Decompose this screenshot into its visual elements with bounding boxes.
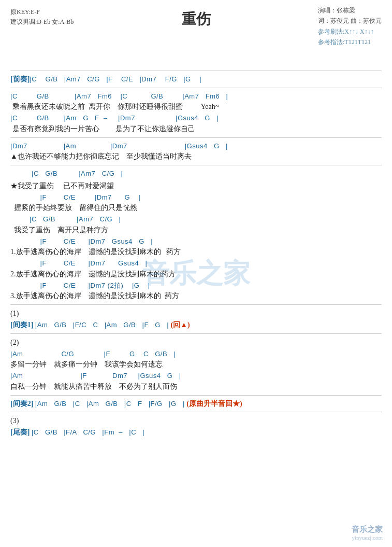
divider-4 <box>10 304 382 305</box>
section-verse2: |Dm7 |Am |Dm7 |Gsus4 G | ▲也许我还不够能力把你彻底忘记… <box>10 141 382 162</box>
outro-line: [尾奏] |C G/B |F/A C/G |Fm – |C | <box>10 427 382 438</box>
verse1-chord1: |C G/B |Am7 Fm6 |C G/B |Am7 Fm6 | <box>10 91 382 102</box>
chorus-lyric6: 3.放手逃离伤心的海岸 遗憾的是没找到麻木的 药方 <box>10 290 382 301</box>
meta-right: 演唱：张栋梁 词：苏俊元 曲：苏佚元 参考刷法:X↑↑↓ X↑↓↑ 参考指法:T… <box>318 5 382 48</box>
chorus-lyric3: 我受了重伤 离开只是种疗方 <box>10 225 382 235</box>
interlude2-suffix: (原曲升半音回★) <box>186 400 242 408</box>
divider-2 <box>10 137 382 138</box>
section2-chord2: |Am |F Dm7 |Gsus4 G | <box>10 371 382 381</box>
divider-7 <box>10 412 382 412</box>
section-interlude1: (1) [间奏1] |Am G/B |F/C C |Am G/B |F G | … <box>10 308 382 330</box>
chorus-chord1: |F C/E |Dm7 G | <box>10 192 382 203</box>
meta-left: 原KEY:E-F 建议男调:D-Eb 女:A-Bb <box>10 7 74 27</box>
chorus-chord2: |C G/B |Am7 C/G | <box>10 214 382 225</box>
chorus-lyric5: 2.放手逃离伤心的海岸 遗憾的是没找到麻木的药方 <box>10 269 382 279</box>
divider-5 <box>10 333 382 334</box>
section-2: (2) |Am C/G |F G C G/B | 多留一分钟 就多痛一分钟 我该… <box>10 337 382 392</box>
prelude-label: [前奏] <box>10 75 30 83</box>
section-interlude2: [间奏2] |Am G/B |C |Am G/B |C F |F/G |G | … <box>10 399 382 409</box>
section-prelude: [前奏]|C G/B |Am7 C/G |F C/E |Dm7 F/G |G | <box>10 74 382 85</box>
interlude2-chords: |Am G/B |C |Am G/B |C F |F/G |G | <box>35 400 185 408</box>
fingering-pattern: 参考指法:T121T121 <box>318 37 382 47</box>
section2-lyric2: 自私一分钟 就能从痛苦中释放 不必为了别人而伤 <box>10 381 382 392</box>
verse2-chord1: |Dm7 |Am |Dm7 |Gsus4 G | <box>10 141 382 151</box>
interlude1-suffix: (回▲) <box>171 321 190 329</box>
interlude1-label: [间奏1] <box>10 321 33 329</box>
chorus-intro: |C G/B |Am7 C/G | <box>10 169 382 179</box>
interlude1-note: (1) <box>10 308 382 319</box>
outro-chords: |C G/B |F/A C/G |Fm – |C | <box>32 428 144 436</box>
verse2-lyric1: ▲也许我还不够能力把你彻底忘记 至少我懂适当时离去 <box>10 151 382 162</box>
watermark-site: 音乐之家 <box>352 525 383 535</box>
section-3: (3) [尾奏] |C G/B |F/A C/G |Fm – |C | <box>10 415 382 438</box>
strumming-pattern: 参考刷法:X↑↑↓ X↑↓↑ <box>318 26 382 37</box>
watermark-bottom: 音乐之家 yinyuezj.com <box>352 525 383 541</box>
lyricist: 词：苏俊元 曲：苏佚元 <box>318 16 382 26</box>
chorus-lyric1: ★我受了重伤 已不再对爱渴望 <box>10 180 382 191</box>
interlude1-chords: |Am G/B |F/C C |Am G/B |F G | <box>35 321 169 329</box>
prelude-chords: |C G/B |Am7 C/G |F C/E |Dm7 F/G |G | <box>30 75 201 83</box>
interlude1-line: [间奏1] |Am G/B |F/C C |Am G/B |F G | (回▲) <box>10 320 382 330</box>
section2-lyric1: 多留一分钟 就多痛一分钟 我该学会如何遗忘 <box>10 359 382 370</box>
chorus-lyric2: 握紧的手始终要放 留得住的只是恍然 <box>10 202 382 213</box>
divider-1 <box>10 88 382 88</box>
section2-chord1: |Am C/G |F G C G/B | <box>10 349 382 359</box>
chorus-chord5: |F C/E |Dm7 (2拍) |G | <box>10 280 382 291</box>
divider-6 <box>10 395 382 396</box>
section3-note: (3) <box>10 415 382 426</box>
interlude2-line: [间奏2] |Am G/B |C |Am G/B |C F |F/G |G | … <box>10 399 382 409</box>
verse1-chord2: |C G/B |Am G F – |Dm7 |Gsus4 G | <box>10 113 382 123</box>
singer: 演唱：张栋梁 <box>318 5 382 16</box>
outro-label: [尾奏] <box>10 428 30 436</box>
chorus-lyric4: 1.放手逃离伤心的海岸 遗憾的是没找到麻木的 药方 <box>10 246 382 257</box>
key-info: 原KEY:E-F <box>10 7 74 17</box>
chorus-intro-chord: |C G/B |Am7 C/G | <box>10 169 382 179</box>
page: 音乐之家 原KEY:E-F 建议男调:D-Eb 女:A-Bb 重伤 演唱：张栋梁… <box>0 0 392 547</box>
chorus-chord4: |F C/E |Dm7 Gsus4 | <box>10 258 382 269</box>
divider-3 <box>10 165 382 165</box>
section2-note: (2) <box>10 337 382 348</box>
chorus-chord3: |F C/E |Dm7 Gsus4 G | <box>10 236 382 247</box>
verse1-lyric2: 是否有察觉到我的一片苦心 是为了不让你逃避你自己 <box>10 123 382 134</box>
section-verse1: |C G/B |Am7 Fm6 |C G/B |Am7 Fm6 | 乘着黑夜还未… <box>10 91 382 134</box>
top-divider <box>10 71 382 71</box>
suggest-info: 建议男调:D-Eb 女:A-Bb <box>10 17 74 27</box>
verse1-lyric1: 乘着黑夜还未破晓之前 离开你 你那时还睡得很甜蜜 Yeah~ <box>10 101 382 112</box>
interlude2-label: [间奏2] <box>10 400 33 408</box>
watermark-url: yinyuezj.com <box>352 535 383 541</box>
section-chorus: ★我受了重伤 已不再对爱渴望 |F C/E |Dm7 G | 握紧的手始终要放 … <box>10 180 382 302</box>
